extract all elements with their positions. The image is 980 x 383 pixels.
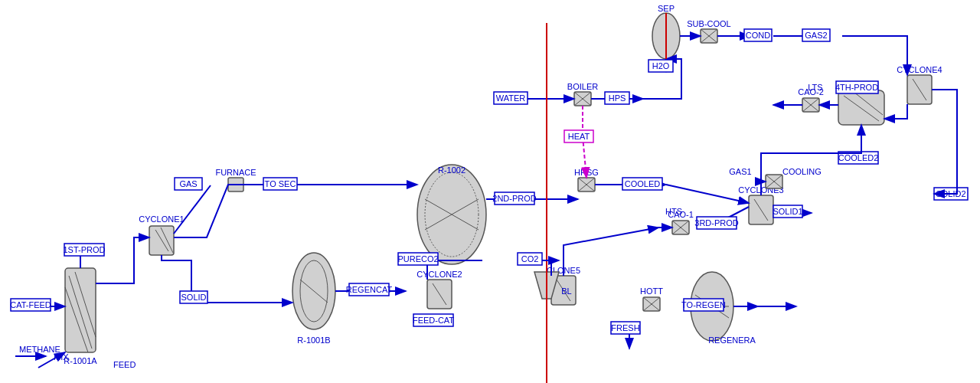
equipment-cyclone2: CYCLONE2 [416, 270, 462, 309]
equipment-cooling [766, 175, 782, 188]
label-catfeed: CAT-FEED [10, 300, 51, 309]
label-hott: HOTT [640, 286, 663, 296]
label-pureco2: PURECO2 [397, 254, 438, 264]
stream-cyclone4-solid2 [932, 90, 957, 194]
label-water: WATER [496, 93, 526, 103]
label-sep: SEP [658, 4, 675, 13]
equipment-R1001B: R-1001B [292, 253, 335, 345]
label-solid1: SOLID1 [773, 207, 802, 216]
label-cooling: COOLING [782, 167, 822, 176]
label-mix: MIX [54, 352, 69, 362]
label-gas2: GAS2 [805, 31, 827, 40]
label-cyclone2: CYCLONE2 [416, 270, 462, 279]
label-cond: COND [746, 31, 770, 40]
label-cyclone4: CYCLONE4 [897, 65, 942, 74]
label-regencat: REGENCAT [346, 285, 393, 294]
label-regenera: REGENERA [708, 336, 756, 345]
label-3rdprod: 3RD-PROD [694, 218, 739, 228]
equipment-boiler: BOILER [567, 82, 598, 106]
label-boiler: BOILER [567, 82, 598, 91]
equipment-furnace: FURNACE [215, 168, 256, 192]
equipment-cyclone1: CYCLONE1 [139, 214, 184, 255]
label-toregen: TO-REGEN [681, 300, 726, 309]
label-1stprod: 1ST-PROD [63, 245, 105, 254]
label-4thprod: 4TH-PROD [835, 83, 878, 92]
equipment-hott: HOTT [640, 286, 663, 311]
label-tosec: TO SEC [265, 179, 296, 188]
label-R1002: R-1002 [438, 165, 466, 175]
svg-rect-4 [65, 268, 96, 352]
equipment-4thprod [838, 90, 884, 125]
label-furnace: FURNACE [215, 168, 256, 177]
label-gas1: GAS1 [729, 167, 751, 176]
label-co2: CO2 [521, 254, 539, 264]
label-cooled2: COOLED2 [838, 153, 879, 162]
equipment-R1002: R-1002 [417, 165, 486, 264]
label-cyclone1: CYCLONE1 [139, 214, 184, 224]
equipment-R1001A: R-1001A [64, 268, 97, 365]
label-h2o: H2O [652, 61, 670, 70]
label-R1001B: R-1001B [297, 336, 330, 345]
equipment-hrsg: HRSG [574, 168, 599, 192]
stream-gas-to-r1002 [174, 185, 417, 237]
stream-cooled-cyclone3 [666, 185, 749, 203]
equipment-subcool: SUB-COOL [687, 19, 730, 43]
label-feed: FEED [113, 360, 136, 369]
equipment-cyclone4: CYCLONE4 [897, 65, 942, 104]
label-R1001A: R-1001A [64, 356, 97, 365]
process-flow-diagram: R-1001A CYCLONE1 R-1001B FURNACE R-1002 … [0, 0, 980, 383]
label-hps: HPS [609, 93, 626, 103]
label-solid: SOLID [181, 293, 206, 302]
stream-cyclone4-4thprod [884, 104, 907, 119]
label-gas: GAS [179, 179, 197, 188]
label-heat: HEAT [568, 132, 590, 141]
label-bl: BL [561, 286, 571, 296]
label-hts: HTS [665, 207, 682, 216]
label-subcool: SUB-COOL [687, 19, 730, 28]
label-feedcat: FEED-CAT [413, 316, 454, 325]
label-lts: LTS [808, 83, 822, 92]
label-fresh: FRESH [611, 323, 639, 332]
stream-cycle1-furnace [174, 185, 211, 234]
label-2ndprod: 2ND-PROD [492, 194, 537, 203]
label-cooled: COOLED [625, 179, 661, 188]
